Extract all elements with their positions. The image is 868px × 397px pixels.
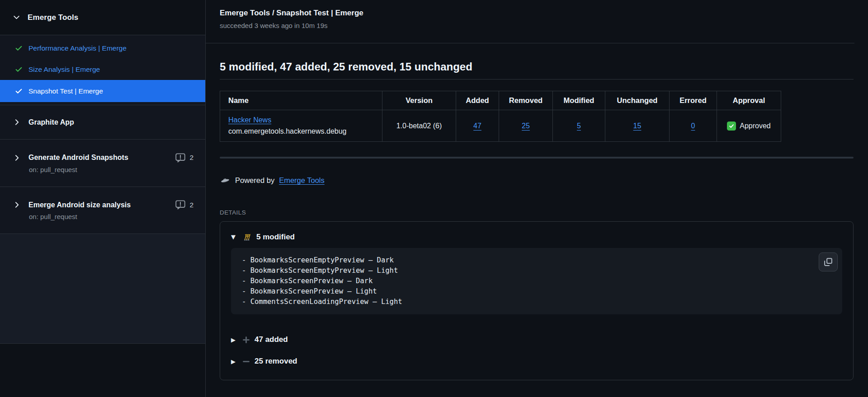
- modified-code-block: - BookmarksScreenEmptyPreview — Dark - B…: [231, 248, 842, 314]
- removed-section-toggle[interactable]: ▶ 25 removed: [231, 357, 842, 366]
- check-run-groups: Performance Analysis | Emerge Size Analy…: [0, 35, 205, 234]
- column-header-modified: Modified: [553, 91, 605, 110]
- approval-cell: Approved: [717, 110, 781, 142]
- errored-cell: 0: [670, 110, 717, 142]
- check-run-label: Size Analysis | Emerge: [28, 65, 100, 74]
- section-divider: [220, 157, 854, 159]
- app-section-label: Graphite App: [28, 118, 74, 126]
- table-row: Hacker News com.emergetools.hackernews.d…: [220, 110, 781, 142]
- code-line: - BookmarksScreenEmptyPreview — Dark: [242, 255, 817, 266]
- column-header-errored: Errored: [670, 91, 717, 110]
- annotation-count: 2: [189, 201, 193, 209]
- chevron-right-icon: [13, 201, 21, 209]
- sidebar-item-generate-android-snapshots[interactable]: Generate Android Snapshots 2 on: pull_re…: [0, 139, 205, 187]
- app-name-cell: Hacker News com.emergetools.hackernews.d…: [220, 110, 382, 142]
- chevron-right-icon: [13, 154, 21, 162]
- sidebar-item-performance-analysis[interactable]: Performance Analysis | Emerge: [0, 37, 205, 59]
- unchanged-cell: 15: [605, 110, 670, 142]
- chevron-down-icon: [13, 14, 20, 21]
- details-box: ▼ 5 modified: [220, 221, 854, 380]
- check-run-header: Emerge Tools / Snapshot Test | Emerge su…: [206, 0, 868, 43]
- app-name-link[interactable]: Hacker News: [228, 116, 271, 124]
- workflow-trigger: on: pull_request: [29, 213, 193, 220]
- success-check-icon: [15, 65, 23, 73]
- triangle-right-icon: ▶: [231, 358, 238, 365]
- column-header-version: Version: [382, 91, 456, 110]
- modified-cell: 5: [553, 110, 605, 142]
- added-count-link[interactable]: 47: [473, 122, 481, 130]
- errored-count-link[interactable]: 0: [691, 122, 695, 130]
- checks-sidebar: Emerge Tools Performance Analysis | Emer…: [0, 0, 206, 397]
- workflow-label: Generate Android Snapshots: [28, 154, 128, 162]
- success-check-icon: [15, 87, 23, 95]
- sidebar-item-graphite-app[interactable]: Graphite App: [0, 105, 205, 139]
- modified-wheat-icon: [242, 232, 252, 242]
- column-header-name: Name: [220, 91, 382, 110]
- table-header-row: Name Version Added Removed Modified Unch…: [220, 91, 781, 110]
- check-run-output: 5 modified, 47 added, 25 removed, 15 unc…: [206, 43, 868, 380]
- modified-section-toggle[interactable]: ▼ 5 modified: [231, 232, 842, 242]
- check-suite-title: Emerge Tools: [28, 13, 78, 22]
- removed-section-title: 25 removed: [255, 357, 297, 366]
- success-check-icon: [15, 44, 23, 52]
- check-run-main: Emerge Tools / Snapshot Test | Emerge su…: [206, 0, 868, 397]
- unchanged-count-link[interactable]: 15: [633, 122, 642, 130]
- workflow-trigger: on: pull_request: [29, 166, 193, 173]
- sidebar-bottom-area: [0, 344, 205, 397]
- triangle-right-icon: ▶: [231, 336, 238, 343]
- annotation-comment-icon: [175, 153, 185, 163]
- results-table: Name Version Added Removed Modified Unch…: [220, 91, 781, 142]
- check-run-title: Emerge Tools / Snapshot Test | Emerge: [220, 9, 868, 18]
- plus-icon: [242, 336, 250, 344]
- column-header-unchanged: Unchanged: [605, 91, 670, 110]
- code-line: - BookmarksScreenPreview — Light: [242, 286, 817, 297]
- modified-section-title: 5 modified: [256, 233, 295, 242]
- code-line: - BookmarksScreenPreview — Dark: [242, 276, 817, 286]
- check-run-list: Performance Analysis | Emerge Size Analy…: [0, 35, 205, 105]
- triangle-down-icon: ▼: [231, 234, 238, 240]
- check-run-status-line: succeeded 3 weeks ago in 10m 19s: [220, 22, 868, 29]
- annotation-badge: 2: [175, 200, 193, 210]
- powered-by-text: Powered by: [235, 176, 274, 185]
- check-run-label: Performance Analysis | Emerge: [28, 44, 127, 52]
- sidebar-item-size-analysis[interactable]: Size Analysis | Emerge: [0, 59, 205, 80]
- code-line: - CommentsScreenLoadingPreview — Light: [242, 297, 817, 307]
- added-section-title: 47 added: [255, 335, 288, 344]
- version-cell: 1.0-beta02 (6): [382, 110, 456, 142]
- check-suite-header[interactable]: Emerge Tools: [0, 0, 205, 35]
- sidebar-item-snapshot-test-selected[interactable]: Snapshot Test | Emerge: [0, 80, 205, 102]
- copy-icon: [824, 257, 833, 266]
- annotation-count: 2: [189, 154, 193, 162]
- ufo-icon: [220, 176, 231, 185]
- removed-count-link[interactable]: 25: [522, 122, 530, 130]
- added-section-toggle[interactable]: ▶ 47 added: [231, 335, 842, 344]
- sidebar-item-emerge-android-size-analysis[interactable]: Emerge Android size analysis 2 on: pull_…: [0, 187, 205, 234]
- details-label: DETAILS: [220, 209, 854, 216]
- copy-button[interactable]: [819, 252, 838, 271]
- chevron-right-icon: [13, 118, 21, 126]
- approval-status-label: Approved: [740, 122, 771, 130]
- annotation-comment-icon: [175, 200, 185, 210]
- removed-cell: 25: [499, 110, 553, 142]
- emerge-tools-link[interactable]: Emerge Tools: [279, 176, 325, 185]
- modified-count-link[interactable]: 5: [577, 122, 581, 130]
- minus-icon: [242, 358, 250, 365]
- approved-check-icon: [727, 121, 736, 131]
- column-header-removed: Removed: [499, 91, 553, 110]
- column-header-approval: Approval: [717, 91, 781, 110]
- checks-page: Emerge Tools Performance Analysis | Emer…: [0, 0, 868, 397]
- added-cell: 47: [456, 110, 499, 142]
- check-run-label: Snapshot Test | Emerge: [28, 87, 103, 95]
- sidebar-empty-area: [0, 234, 205, 344]
- annotation-badge: 2: [175, 153, 193, 163]
- workflow-label: Emerge Android size analysis: [28, 201, 131, 209]
- bundle-id: com.emergetools.hackernews.debug: [228, 127, 374, 135]
- summary-heading: 5 modified, 47 added, 25 removed, 15 unc…: [220, 61, 854, 79]
- powered-by-line: Powered by Emerge Tools: [220, 176, 854, 185]
- code-line: - BookmarksScreenEmptyPreview — Light: [242, 266, 817, 276]
- column-header-added: Added: [456, 91, 499, 110]
